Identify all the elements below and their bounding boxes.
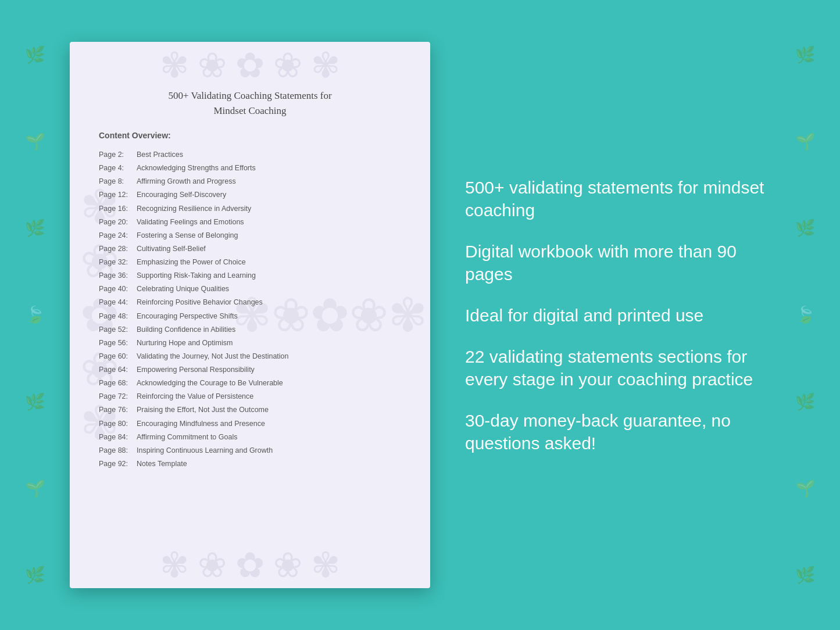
floral-decoration: 🌿 (25, 217, 45, 239)
info-block: 30-day money-back guarantee, no question… (465, 409, 770, 454)
page-title: Reinforcing the Value of Persistence (137, 390, 253, 403)
floral-decoration: 🌿 (25, 391, 45, 413)
content-overview-label: Content Overview: (99, 131, 401, 140)
floral-decoration: 🍃 (795, 303, 816, 326)
floral-decoration: 🌿 (795, 564, 816, 586)
page-title: Encouraging Perspective Shifts (137, 310, 238, 323)
document-preview: ✾ ❀ ✿ ❀ ✾ ✾❀✿❀✾ ✾❀✿❀✾ 500+ Validating Co… (70, 42, 430, 588)
page-title: Fostering a Sense of Belonging (137, 229, 238, 242)
page-title: Best Practices (137, 148, 183, 162)
info-block: Ideal for digital and printed use (465, 304, 770, 327)
document-title: 500+ Validating Coaching Statements for … (99, 88, 401, 118)
doc-decoration-top: ✾ ❀ ✿ ❀ ✾ (70, 42, 430, 88)
floral-decoration: 🌱 (25, 477, 45, 500)
doc-decoration-bottom: ✾ ❀ ✿ ❀ ✾ (70, 542, 430, 588)
floral-border-left: 🌿 🌱 🌿 🍃 🌿 🌱 🌿 (0, 0, 70, 630)
floral-decoration: 🌿 (795, 391, 816, 413)
table-row: Page 76:Praising the Effort, Not Just th… (99, 403, 401, 417)
table-row: Page 24:Fostering a Sense of Belonging (99, 229, 401, 242)
table-row: Page 68:Acknowledging the Courage to Be … (99, 377, 401, 390)
table-row: Page 60:Validating the Journey, Not Just… (99, 350, 401, 363)
table-row: Page 84:Affirming Commitment to Goals (99, 431, 401, 444)
page-title: Recognizing Resilience in Adversity (137, 202, 251, 216)
page-title: Inspiring Continuous Learning and Growth (137, 444, 273, 457)
page-title: Validating Feelings and Emotions (137, 216, 244, 229)
table-row: Page 64:Empowering Personal Responsibili… (99, 363, 401, 377)
table-row: Page 32:Emphasizing the Power of Choice (99, 256, 401, 269)
floral-border-right: 🌿 🌱 🌿 🍃 🌿 🌱 🌿 (770, 0, 840, 630)
table-row: Page 12:Encouraging Self-Discovery (99, 188, 401, 202)
page-title: Encouraging Mindfulness and Presence (137, 417, 265, 431)
table-row: Page 2:Best Practices (99, 148, 401, 162)
table-row: Page 28:Cultivating Self-Belief (99, 242, 401, 256)
floral-decoration: 🌱 (795, 130, 816, 153)
table-row: Page 16:Recognizing Resilience in Advers… (99, 202, 401, 216)
page-number: Page 2: (99, 148, 137, 162)
page-title: Affirming Commitment to Goals (137, 431, 237, 444)
page-title: Acknowledging Strengths and Efforts (137, 162, 256, 175)
floral-decoration: 🌿 (25, 44, 45, 66)
page-title: Empowering Personal Responsibility (137, 363, 255, 377)
page-title: Praising the Effort, Not Just the Outcom… (137, 403, 269, 417)
page-title: Cultivating Self-Belief (137, 242, 206, 256)
page-title: Nurturing Hope and Optimism (137, 337, 233, 350)
page-number: Page 92: (99, 457, 137, 471)
page-title: Supporting Risk-Taking and Learning (137, 269, 256, 282)
main-container: ✾ ❀ ✿ ❀ ✾ ✾❀✿❀✾ ✾❀✿❀✾ 500+ Validating Co… (0, 0, 840, 630)
info-panel: 500+ validating statements for mindset c… (465, 164, 770, 466)
page-title: Validating the Journey, Not Just the Des… (137, 350, 289, 363)
table-row: Page 36:Supporting Risk-Taking and Learn… (99, 269, 401, 282)
table-row: Page 4:Acknowledging Strengths and Effor… (99, 162, 401, 175)
info-block: 22 validating statements sections for ev… (465, 345, 770, 391)
page-number: Page 4: (99, 162, 137, 175)
info-block: 500+ validating statements for mindset c… (465, 176, 770, 221)
page-title: Celebrating Unique Qualities (137, 282, 229, 296)
table-row: Page 92:Notes Template (99, 457, 401, 471)
page-title: Building Confidence in Abilities (137, 323, 235, 337)
table-row: Page 8:Affirming Growth and Progress (99, 175, 401, 188)
doc-decoration-left: ✾❀✿❀✾ (73, 180, 127, 450)
table-row: Page 72:Reinforcing the Value of Persist… (99, 390, 401, 403)
info-block: Digital workbook with more than 90 pages (465, 240, 770, 285)
floral-decoration: 🌱 (795, 477, 816, 500)
table-row: Page 80:Encouraging Mindfulness and Pres… (99, 417, 401, 431)
floral-decoration: 🌿 (25, 564, 45, 586)
floral-decoration: 🌿 (795, 44, 816, 66)
doc-decoration-right: ✾❀✿❀✾ (233, 288, 427, 342)
page-title: Acknowledging the Courage to Be Vulnerab… (137, 377, 283, 390)
floral-decoration: 🌱 (25, 130, 45, 153)
page-title: Affirming Growth and Progress (137, 175, 236, 188)
table-row: Page 20:Validating Feelings and Emotions (99, 216, 401, 229)
floral-decoration: 🍃 (25, 303, 45, 326)
page-title: Emphasizing the Power of Choice (137, 256, 246, 269)
page-title: Encouraging Self-Discovery (137, 188, 226, 202)
page-title: Notes Template (137, 457, 187, 471)
floral-decoration: 🌿 (795, 217, 816, 239)
table-row: Page 88:Inspiring Continuous Learning an… (99, 444, 401, 457)
